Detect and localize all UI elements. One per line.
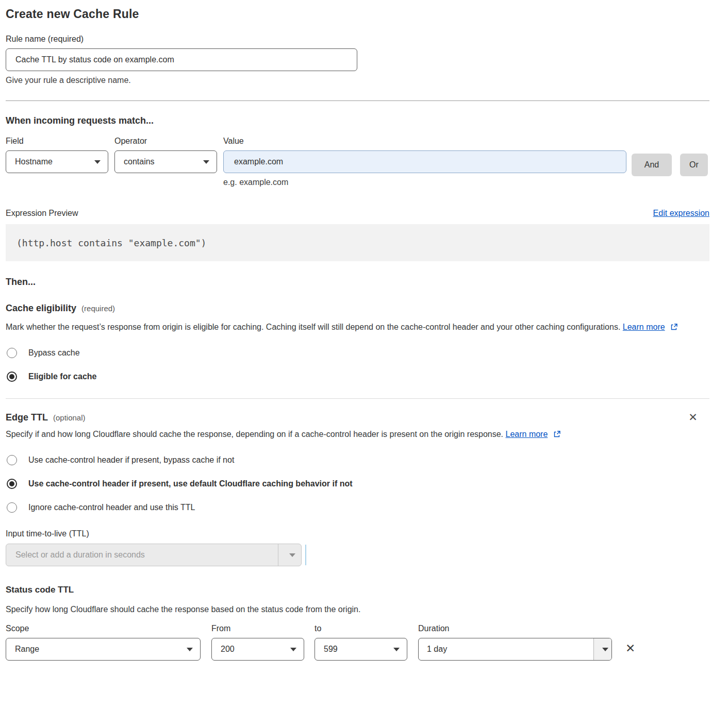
page-title: Create new Cache Rule [6, 7, 709, 21]
edge-ttl-description-text: Specify if and how long Cloudflare shoul… [6, 430, 503, 438]
value-help: e.g. example.com [223, 178, 626, 187]
cache-eligibility-description: Mark whether the request’s response from… [6, 320, 699, 334]
ttl-input-label: Input time-to-live (TTL) [6, 529, 709, 538]
expression-preview-label: Expression Preview [6, 209, 78, 218]
duration-select[interactable]: 1 day [418, 638, 612, 661]
to-select[interactable]: 599 [315, 638, 407, 661]
from-select[interactable]: 200 [211, 638, 304, 661]
scope-select[interactable]: Range [6, 638, 201, 661]
radio-eligible-for-cache[interactable]: Eligible for cache [6, 372, 709, 382]
operator-column: Operator contains [114, 137, 217, 173]
expression-code: (http.host contains "example.com") [16, 238, 206, 248]
chevron-down-icon [187, 648, 193, 651]
operator-select-value: contains [124, 157, 155, 166]
radio-label: Use cache-control header if present, byp… [28, 455, 234, 465]
radio-checked-icon[interactable] [7, 372, 17, 382]
from-select-value: 200 [221, 645, 235, 654]
chevron-down-icon[interactable] [593, 638, 611, 660]
section-divider [6, 100, 709, 101]
radio-icon[interactable] [7, 348, 17, 358]
match-heading: When incoming requests match... [6, 115, 709, 126]
or-button[interactable]: Or [680, 154, 708, 176]
chevron-down-icon [290, 648, 296, 651]
from-label: From [211, 624, 304, 633]
edge-ttl-learn-more-link[interactable]: Learn more [506, 430, 548, 438]
rule-name-section: Rule name (required) Give your rule a de… [6, 35, 357, 85]
cache-eligibility-heading: Cache eligibility [6, 303, 76, 314]
radio-label: Eligible for cache [28, 372, 96, 381]
chevron-down-icon [203, 160, 209, 164]
radio-icon[interactable] [7, 455, 17, 465]
scope-column: Scope Range [6, 624, 201, 661]
value-label: Value [223, 137, 626, 146]
ttl-select-placeholder: Select or add a duration in seconds [6, 544, 278, 566]
radio-cc-bypass[interactable]: Use cache-control header if present, byp… [6, 455, 709, 465]
field-select-value: Hostname [15, 157, 53, 166]
scope-label: Scope [6, 624, 201, 633]
or-column: Or [680, 137, 708, 176]
operator-label: Operator [114, 137, 217, 146]
edge-ttl-optional-tag: (optional) [53, 413, 86, 422]
edge-ttl-header-row: Edge TTL (optional) ✕ [6, 412, 709, 423]
radio-ignore-cc[interactable]: Ignore cache-control header and use this… [6, 502, 709, 513]
scope-select-value: Range [15, 645, 39, 654]
cache-eligibility-required-tag: (required) [81, 304, 115, 313]
status-code-ttl-description: Specify how long Cloudflare should cache… [6, 602, 709, 617]
expression-code-box: (http.host contains "example.com") [6, 224, 709, 261]
ttl-input-row: Select or add a duration in seconds [6, 544, 709, 566]
caret-glyph [289, 553, 295, 557]
cache-eligibility-heading-row: Cache eligibility (required) [6, 303, 709, 314]
to-label: to [315, 624, 407, 633]
chevron-down-icon [94, 160, 101, 164]
duration-label: Duration [418, 624, 612, 633]
duration-select-value: 1 day [419, 638, 593, 660]
status-code-row: Scope Range From 200 to 599 Duration 1 d… [6, 624, 709, 661]
external-link-icon [670, 323, 678, 331]
external-link-icon [553, 430, 561, 438]
chevron-down-icon [393, 648, 400, 651]
and-column: And [632, 137, 672, 176]
and-button[interactable]: And [632, 154, 672, 176]
to-select-value: 599 [324, 645, 338, 654]
ttl-duration-select[interactable]: Select or add a duration in seconds [6, 544, 302, 566]
rule-name-help: Give your rule a descriptive name. [6, 76, 357, 85]
caret-glyph [602, 648, 608, 651]
field-column: Field Hostname [6, 137, 108, 173]
cache-eligibility-description-text: Mark whether the request’s response from… [6, 323, 620, 331]
match-row: Field Hostname Operator contains Value e… [6, 137, 709, 187]
chevron-down-icon[interactable] [278, 544, 301, 566]
radio-cc-default-behavior[interactable]: Use cache-control header if present, use… [6, 479, 709, 489]
edit-expression-link[interactable]: Edit expression [653, 209, 709, 218]
duration-column: Duration 1 day [418, 624, 612, 661]
edge-ttl-heading: Edge TTL [6, 412, 48, 423]
operator-select[interactable]: contains [114, 150, 217, 173]
expression-header-row: Expression Preview Edit expression [6, 209, 709, 218]
cache-eligibility-learn-more-link[interactable]: Learn more [623, 323, 665, 331]
close-icon[interactable]: ✕ [688, 412, 698, 423]
radio-bypass-cache[interactable]: Bypass cache [6, 348, 709, 358]
from-column: From 200 [211, 624, 304, 661]
value-input[interactable] [223, 150, 626, 173]
radio-label: Use cache-control header if present, use… [28, 479, 353, 488]
text-cursor-indicator [305, 545, 306, 565]
rule-name-input[interactable] [6, 48, 357, 71]
radio-icon[interactable] [7, 502, 17, 513]
edge-ttl-description: Specify if and how long Cloudflare shoul… [6, 427, 575, 442]
field-select[interactable]: Hostname [6, 150, 108, 173]
then-heading: Then... [6, 277, 709, 288]
field-label: Field [6, 137, 108, 146]
radio-label: Bypass cache [28, 348, 80, 358]
to-column: to 599 [315, 624, 407, 661]
value-column: Value e.g. example.com [223, 137, 626, 187]
status-code-ttl-heading: Status code TTL [6, 585, 709, 595]
rule-name-label: Rule name (required) [6, 35, 357, 44]
radio-checked-icon[interactable] [7, 479, 17, 489]
radio-label: Ignore cache-control header and use this… [28, 503, 195, 512]
section-divider [6, 398, 709, 399]
edge-ttl-heading-row: Edge TTL (optional) [6, 412, 86, 423]
remove-row-icon[interactable]: ✕ [625, 643, 635, 654]
